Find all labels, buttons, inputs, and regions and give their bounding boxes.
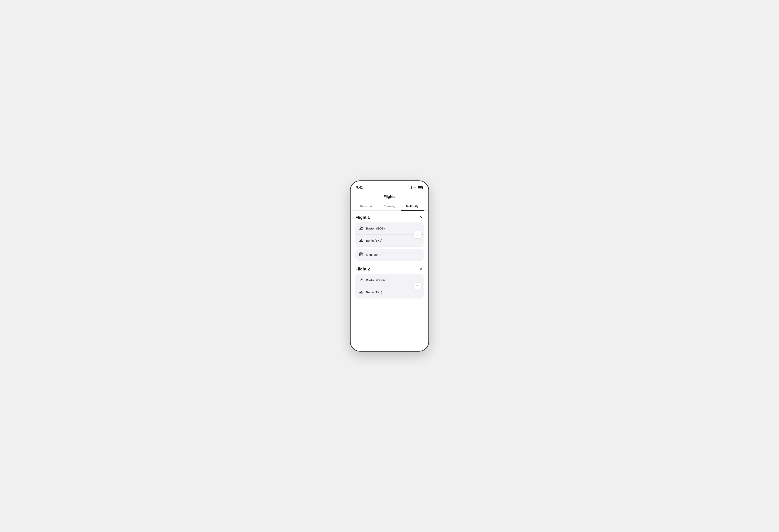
flight-1-origin-text: Boston (BOS) bbox=[366, 227, 385, 230]
landing-icon bbox=[359, 238, 364, 243]
calendar-icon bbox=[359, 252, 364, 258]
signal-icon bbox=[409, 186, 412, 189]
status-bar: 9:41 bbox=[351, 181, 428, 191]
phone-frame: 9:41 ‹ Flights R bbox=[350, 181, 429, 351]
svg-rect-4 bbox=[360, 254, 361, 255]
flight-2-destination-text: Berlin (TXL) bbox=[366, 290, 382, 294]
tab-one-way[interactable]: One-way bbox=[378, 202, 401, 210]
flight-2-section: Flight 2 ✕ Boston (BOS) bbox=[355, 266, 424, 298]
flight-2-swap-button[interactable] bbox=[414, 283, 421, 290]
status-icons bbox=[409, 186, 423, 189]
flight-2-origin-text: Boston (BOS) bbox=[366, 278, 385, 282]
takeoff-icon-2 bbox=[359, 277, 364, 283]
swap-icon-2 bbox=[416, 285, 419, 288]
flight-1-section: Flight 1 ✕ Boston (BOS) bbox=[355, 215, 424, 261]
flight-1-header: Flight 1 ✕ bbox=[355, 215, 424, 220]
flight-1-swap-button[interactable] bbox=[414, 231, 421, 238]
flight-1-destination-text: Berlin (TXL) bbox=[366, 239, 382, 242]
flight-2-location-card: Boston (BOS) Berlin (TXL) bbox=[355, 274, 424, 298]
page-title: Flights bbox=[383, 195, 396, 199]
nav-bar: ‹ Flights bbox=[351, 191, 428, 202]
flight-2-close-button[interactable]: ✕ bbox=[419, 266, 424, 272]
tabs-container: Round-trip One-way Multi-city bbox=[351, 202, 428, 211]
flight-1-date-text: Mon, Jan 1 bbox=[366, 253, 381, 257]
flight-2-origin-row[interactable]: Boston (BOS) bbox=[355, 274, 424, 286]
flight-2-destination-row[interactable]: Berlin (TXL) bbox=[355, 286, 424, 298]
flight-1-destination-row[interactable]: Berlin (TXL) bbox=[355, 235, 424, 247]
takeoff-icon bbox=[359, 226, 364, 231]
landing-icon-2 bbox=[359, 289, 364, 295]
flight-2-header: Flight 2 ✕ bbox=[355, 266, 424, 272]
flight-1-close-button[interactable]: ✕ bbox=[419, 215, 424, 220]
svg-rect-5 bbox=[361, 254, 361, 255]
tab-round-trip[interactable]: Round-trip bbox=[355, 202, 378, 210]
flight-1-date-card[interactable]: Mon, Jan 1 bbox=[355, 249, 424, 261]
flight-1-location-card: Boston (BOS) Berlin (TXL) bbox=[355, 222, 424, 247]
flight-1-origin-row[interactable]: Boston (BOS) bbox=[355, 222, 424, 235]
swap-icon bbox=[416, 233, 419, 236]
battery-icon bbox=[418, 186, 423, 189]
wifi-icon bbox=[413, 186, 416, 189]
status-time: 9:41 bbox=[356, 186, 363, 189]
back-button[interactable]: ‹ bbox=[355, 194, 358, 200]
svg-rect-6 bbox=[362, 254, 362, 255]
flight-1-title: Flight 1 bbox=[355, 215, 370, 220]
svg-rect-7 bbox=[360, 255, 361, 256]
flight-2-title: Flight 2 bbox=[355, 267, 370, 271]
content-area: Flight 1 ✕ Boston (BOS) bbox=[351, 211, 428, 308]
tab-multi-city[interactable]: Multi-city bbox=[401, 202, 424, 210]
